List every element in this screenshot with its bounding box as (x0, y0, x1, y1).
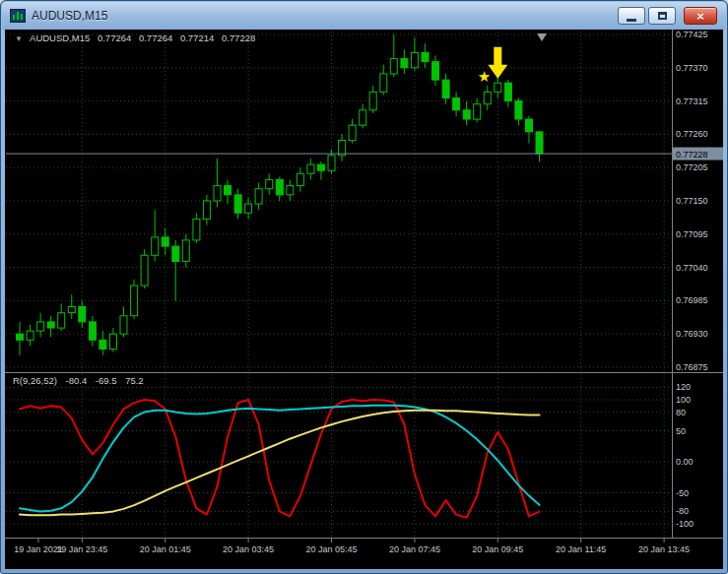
candle-body (89, 322, 96, 340)
window-controls: × (615, 7, 717, 25)
title-bar[interactable]: AUDUSD,M15 × (2, 2, 726, 30)
one-click-expander-icon[interactable]: ▼ (15, 34, 23, 43)
candle-body (360, 110, 366, 125)
minimize-button[interactable] (618, 7, 645, 25)
candle-body (203, 201, 210, 219)
candle-body (131, 286, 138, 316)
close-icon: × (696, 10, 704, 23)
maximize-button[interactable] (648, 7, 676, 25)
candle-body (463, 110, 470, 119)
candle-body (255, 189, 262, 204)
chart-ohlc-header: ▼ AUDUSD,M15 0.77264 0.77264 0.77214 0.7… (15, 32, 260, 43)
candle-body (276, 180, 283, 195)
candle-body (245, 204, 252, 213)
candle-body (58, 313, 65, 328)
indicator-value-2: -69.5 (96, 375, 117, 386)
candle-body (162, 237, 168, 246)
candle-body (193, 219, 200, 240)
price-axis[interactable] (672, 30, 723, 538)
chart-shift-marker[interactable] (537, 33, 547, 41)
chart-canvas[interactable]: 0.772280.774250.773700.773150.772600.772… (5, 30, 723, 569)
indicator-line-fast (20, 400, 540, 518)
candle-body (47, 322, 54, 328)
candle-body (152, 237, 159, 255)
ohlc-close-value: 0.77228 (222, 32, 255, 43)
indicator-value-1: -80.4 (66, 375, 88, 386)
candle-body (110, 334, 117, 349)
screen: AUDUSD,M15 × 0.772280.774250.773700.7731… (0, 0, 728, 574)
candle-body (411, 52, 418, 67)
candle-body (390, 59, 397, 74)
candle-body (536, 132, 543, 154)
candle-body (214, 186, 221, 201)
candle-body (172, 246, 179, 261)
mt4-chart-window: AUDUSD,M15 × 0.772280.774250.773700.7731… (0, 0, 728, 574)
close-button[interactable]: × (684, 7, 717, 25)
ohlc-high-value: 0.77264 (139, 32, 172, 43)
time-axis[interactable] (5, 539, 723, 569)
candle-body (380, 74, 387, 92)
candle-body (495, 83, 501, 92)
candle-body (422, 52, 429, 61)
candle-body (484, 92, 491, 103)
maximize-icon (658, 12, 667, 20)
candle-body (369, 92, 376, 109)
candle-body (182, 240, 189, 262)
candle-body (474, 104, 481, 119)
candle-body (141, 255, 148, 286)
candle-body (328, 156, 335, 170)
candle-body (307, 164, 314, 173)
candle-body (504, 83, 511, 100)
candle-body (225, 186, 232, 195)
candle-body (297, 173, 303, 185)
chart-window-icon (10, 8, 26, 24)
window-title: AUDUSD,M15 (32, 9, 107, 23)
candle-body (401, 59, 408, 68)
indicator-line-medium (20, 406, 540, 512)
candle-body (17, 334, 24, 340)
candle-body (234, 195, 241, 213)
candle-body (287, 186, 294, 195)
candle-body (526, 119, 533, 132)
candle-body (266, 180, 273, 189)
indicator-name-label: R(9,26,52) (13, 375, 57, 386)
ohlc-open-value: 0.77264 (98, 32, 131, 43)
candle-body (99, 340, 106, 349)
candle-body (432, 62, 439, 80)
indicator-value-3: 75.2 (125, 375, 144, 386)
minimize-icon (627, 19, 636, 22)
candle-body (68, 307, 75, 313)
candle-body (27, 331, 33, 340)
ohlc-low-value: 0.77214 (180, 32, 214, 43)
candle-body (37, 322, 44, 331)
candle-body (318, 164, 325, 170)
chart-client-area[interactable]: 0.772280.774250.773700.773150.772600.772… (5, 30, 723, 569)
star-object[interactable]: ★ (478, 68, 491, 85)
candle-body (453, 98, 460, 110)
candle-body (442, 80, 449, 97)
candle-body (79, 307, 86, 322)
chart-symbol-label: AUDUSD,M15 (30, 32, 90, 43)
candle-body (349, 125, 356, 140)
indicator-header: R(9,26,52) -80.4 -69.5 75.2 (13, 375, 150, 386)
candle-body (120, 316, 127, 334)
candle-body (515, 101, 522, 119)
